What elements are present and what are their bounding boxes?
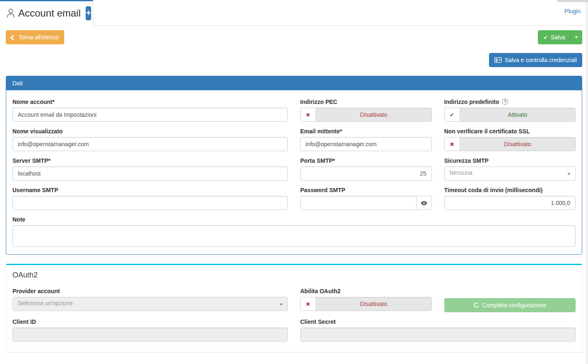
timeout-label: Timeout coda di invio (millisecondi) [444, 187, 576, 193]
indirizzo-predefinito-label: Indirizzo predefinito ? [444, 99, 576, 105]
id-card-icon [494, 57, 502, 63]
client-secret-label: Client Secret [300, 318, 576, 325]
dati-panel: Dati Nome account* Indirizzo PEC ✖ Disat… [6, 76, 582, 255]
nome-visualizzato-input[interactable] [12, 137, 288, 151]
porta-smtp-label: Porta SMTP* [300, 157, 432, 164]
ssl-verify-state: Disattivato [460, 137, 576, 151]
oauth2-title: OAuth2 [12, 271, 576, 280]
timeout-input[interactable] [444, 196, 576, 210]
client-id-label: Client ID [12, 318, 288, 325]
tab-account-email[interactable]: Account email + [0, 0, 93, 26]
email-mittente-input[interactable] [300, 137, 432, 151]
plugin-link[interactable]: Plugin [564, 8, 581, 14]
abilita-oauth2-label: Abilita OAuth2 [300, 288, 432, 294]
save-split-button: ✔ Salva [538, 30, 582, 44]
sicurezza-smtp-label: Sicurezza SMTP [444, 157, 576, 164]
back-to-list-button[interactable]: Torna all'elenco [6, 30, 64, 44]
add-account-button[interactable]: + [86, 6, 92, 20]
indirizzo-pec-state: Disattivato [316, 108, 431, 121]
chevron-left-icon [10, 35, 16, 40]
abilita-oauth2-toggle[interactable]: ✖ Disattivato [300, 297, 432, 311]
provider-account-placeholder: Seleziona un'opzione [18, 300, 73, 306]
dati-panel-header: Dati [6, 76, 582, 90]
ssl-verify-toggle[interactable]: ✖ Disattivato [444, 137, 576, 151]
username-smtp-input[interactable] [12, 196, 288, 210]
scrollbar-track[interactable] [586, 2, 588, 364]
password-smtp-label: Password SMTP [300, 187, 432, 193]
user-icon [6, 8, 16, 19]
indirizzo-predefinito-toggle[interactable]: ✔ Attivato [444, 108, 576, 122]
show-password-button[interactable] [417, 196, 432, 210]
back-to-list-label: Torna all'elenco [19, 34, 59, 41]
porta-smtp-input[interactable] [300, 166, 432, 181]
save-dropdown-button[interactable] [571, 30, 582, 44]
client-id-input[interactable] [12, 328, 288, 342]
password-smtp-input[interactable] [300, 196, 417, 210]
save-button[interactable]: ✔ Salva [538, 30, 571, 44]
scrollbar-thumb[interactable] [557, 0, 588, 2]
refresh-icon [473, 302, 479, 308]
oauth2-panel: OAuth2 Provider account Seleziona un'opz… [6, 264, 582, 352]
indirizzo-predefinito-state: Attivato [460, 108, 576, 121]
sicurezza-smtp-selected: Nessuna [450, 169, 472, 176]
server-smtp-label: Server SMTP* [12, 157, 288, 164]
eye-icon [421, 201, 427, 205]
tab-bar: Account email + Plugin [0, 0, 588, 26]
check-icon: ✔ [543, 34, 548, 41]
cross-icon: ✖ [445, 137, 460, 151]
save-and-check-credentials-button[interactable]: Salva e controlla credenziali [489, 53, 582, 67]
caret-down-icon [567, 173, 571, 175]
nome-account-label: Nome account* [12, 99, 288, 105]
ssl-verify-label: Non verificare il certificato SSL [444, 128, 576, 135]
cross-icon: ✖ [301, 297, 316, 311]
indirizzo-pec-label: Indirizzo PEC [300, 99, 432, 105]
save-label: Salva [551, 34, 565, 41]
note-textarea[interactable] [12, 225, 576, 247]
caret-down-icon [280, 304, 283, 306]
client-secret-input[interactable] [300, 328, 576, 342]
abilita-oauth2-state: Disattivato [316, 297, 431, 311]
caret-down-icon [575, 36, 578, 38]
provider-account-select[interactable]: Seleziona un'opzione [12, 297, 288, 311]
email-mittente-label: Email mittente* [300, 128, 432, 135]
page-title: Account email [18, 7, 81, 19]
indirizzo-predefinito-label-text: Indirizzo predefinito [444, 99, 499, 105]
sicurezza-smtp-select[interactable]: Nessuna [444, 166, 576, 181]
indirizzo-pec-toggle[interactable]: ✖ Disattivato [300, 108, 432, 122]
server-smtp-input[interactable] [12, 166, 288, 181]
cross-icon: ✖ [301, 108, 316, 121]
help-question-icon[interactable]: ? [502, 99, 508, 105]
username-smtp-label: Username SMTP [12, 187, 288, 193]
nome-account-input[interactable] [12, 108, 288, 122]
note-label: Note [12, 216, 576, 223]
check-icon: ✔ [445, 108, 460, 121]
nome-visualizzato-label: Nome visualizzato [12, 128, 288, 135]
provider-account-label: Provider account [12, 288, 288, 294]
completa-configurazione-button[interactable]: Completa configurazione [444, 298, 576, 312]
completa-configurazione-label: Completa configurazione [482, 302, 546, 309]
save-and-check-label: Salva e controlla credenziali [505, 57, 577, 63]
